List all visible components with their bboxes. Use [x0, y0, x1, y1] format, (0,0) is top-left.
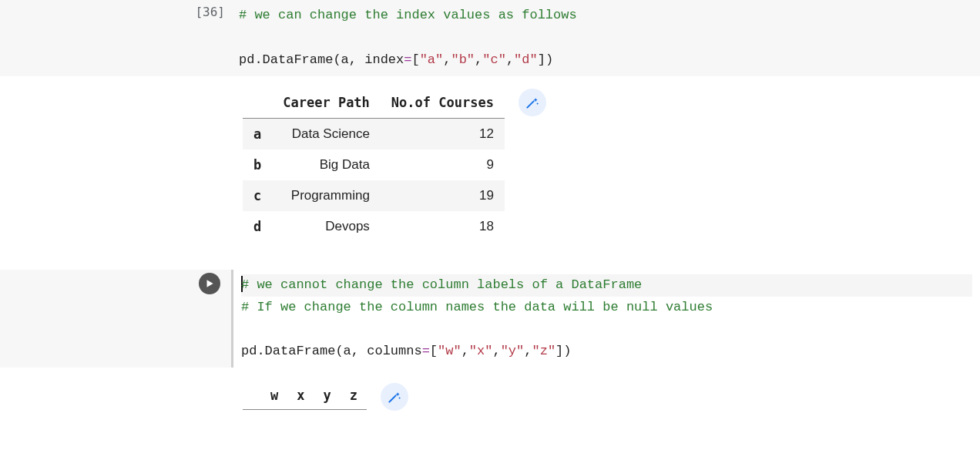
code-bracket: [	[411, 52, 419, 67]
svg-marker-0	[207, 280, 213, 287]
cell-value: Programming	[272, 180, 381, 211]
code-area-1[interactable]: # we can change the index values as foll…	[231, 0, 980, 76]
code-bracket: ]	[538, 52, 545, 67]
index-header	[243, 87, 272, 119]
spacer	[0, 253, 980, 270]
row-index: d	[243, 211, 272, 242]
table-row: d Devops 18	[243, 211, 505, 242]
column-header: y	[314, 381, 341, 410]
row-index: a	[243, 118, 272, 149]
code-cell-2[interactable]: # we cannot change the column labels of …	[0, 270, 980, 368]
magic-wand-button[interactable]	[381, 383, 408, 411]
code-str: "b"	[451, 52, 475, 67]
column-header: x	[287, 381, 314, 410]
code-comma: ,	[475, 52, 482, 67]
row-index: c	[243, 180, 272, 211]
output-area-2: w x y z	[0, 368, 980, 421]
code-content-2[interactable]: # we cannot change the column labels of …	[241, 274, 972, 364]
code-comment: # we cannot change the column labels of …	[241, 277, 642, 292]
code-text: pd.DataFrame(a, columns	[241, 344, 422, 358]
magic-wand-icon	[525, 95, 540, 110]
notebook: [36] # we can change the index values as…	[0, 0, 980, 421]
code-bracket: ]	[555, 344, 563, 358]
table-row: c Programming 19	[243, 180, 505, 211]
code-comma: ,	[506, 52, 514, 67]
code-comment: # we can change the index values as foll…	[239, 8, 577, 22]
code-bracket: [	[430, 344, 438, 358]
code-str: "y"	[501, 344, 525, 358]
dataframe-output-2: w x y z	[243, 381, 367, 410]
code-op: =	[422, 344, 430, 358]
dataframe-output-1: Career Path No.of Courses a Data Science…	[243, 87, 505, 242]
code-paren: )	[563, 344, 571, 358]
cell-value: 18	[381, 211, 505, 242]
code-op: =	[404, 52, 411, 67]
play-icon	[204, 278, 215, 289]
cell-value: Data Science	[272, 118, 381, 149]
cell-value: 19	[381, 180, 505, 211]
code-str: "c"	[482, 52, 506, 67]
table-row: a Data Science 12	[243, 118, 505, 149]
code-str: "z"	[532, 344, 555, 358]
magic-wand-button[interactable]	[519, 89, 546, 116]
column-header: z	[341, 381, 367, 410]
table-row: b Big Data 9	[243, 149, 505, 180]
code-comment: # If we change the column names the data…	[241, 300, 713, 314]
prompt-col-1: [36]	[0, 0, 231, 19]
row-index: b	[243, 149, 272, 180]
magic-wand-icon	[387, 389, 402, 405]
code-comma: ,	[443, 52, 451, 67]
cell-value: 12	[381, 118, 505, 149]
code-comma: ,	[492, 344, 500, 358]
column-header: No.of Courses	[381, 87, 505, 119]
run-cell-button[interactable]	[199, 273, 220, 294]
cell-value: Devops	[272, 211, 381, 242]
prompt-col-2	[0, 270, 231, 294]
code-str: "a"	[420, 52, 444, 67]
index-header	[243, 381, 261, 410]
code-cell-1[interactable]: [36] # we can change the index values as…	[0, 0, 980, 76]
code-paren: )	[545, 52, 553, 67]
cell-value: 9	[381, 149, 505, 180]
code-comma: ,	[461, 344, 469, 358]
code-str: "x"	[469, 344, 493, 358]
code-comma: ,	[524, 344, 532, 358]
column-header: Career Path	[272, 87, 381, 119]
cell-value: Big Data	[272, 149, 381, 180]
code-area-2[interactable]: # we cannot change the column labels of …	[231, 270, 980, 368]
output-area-1: Career Path No.of Courses a Data Science…	[0, 76, 980, 253]
column-header: w	[261, 381, 287, 410]
code-content-1[interactable]: # we can change the index values as foll…	[239, 5, 972, 72]
execution-count: [36]	[0, 0, 225, 19]
code-text: pd.DataFrame(a, index	[239, 52, 404, 67]
code-str: "d"	[514, 52, 538, 67]
code-str: "w"	[438, 344, 461, 358]
